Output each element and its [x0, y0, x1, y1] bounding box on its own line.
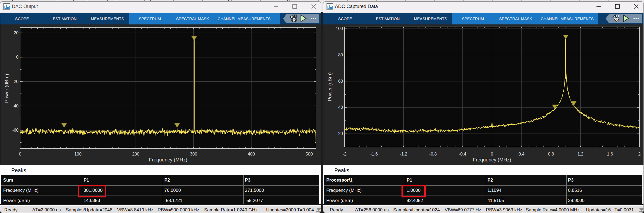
svg-text:Frequency (MHz): Frequency (MHz) [149, 157, 187, 163]
svg-text:500: 500 [306, 152, 313, 156]
svg-text:-0.4: -0.4 [459, 152, 466, 156]
svg-text:1.2: 1.2 [577, 152, 583, 156]
svg-text:60: 60 [338, 79, 343, 84]
svg-text:0: 0 [491, 152, 493, 156]
svg-text:-40: -40 [12, 104, 19, 108]
svg-text:-0.8: -0.8 [429, 152, 437, 156]
svg-text:20: 20 [338, 131, 343, 136]
svg-text:1.6: 1.6 [607, 152, 613, 156]
svg-text:100: 100 [74, 152, 82, 156]
svg-text:-60: -60 [12, 128, 19, 132]
svg-text:0: 0 [16, 55, 19, 59]
svg-text:20: 20 [14, 31, 19, 35]
svg-text:-2: -2 [343, 152, 346, 156]
svg-text:0.8: 0.8 [548, 152, 554, 156]
svg-text:0: 0 [19, 152, 21, 156]
svg-text:100: 100 [336, 26, 343, 31]
svg-text:2: 2 [638, 152, 641, 156]
svg-text:80: 80 [338, 53, 343, 57]
svg-text:300: 300 [190, 152, 197, 156]
svg-text:40: 40 [338, 105, 343, 110]
svg-text:Power (dBm): Power (dBm) [4, 74, 9, 103]
svg-text:Frequency (MHz): Frequency (MHz) [473, 157, 511, 163]
svg-text:-1.6: -1.6 [370, 152, 378, 156]
svg-text:-20: -20 [12, 79, 19, 84]
svg-text:-1.2: -1.2 [400, 152, 407, 156]
svg-text:Power (dBm): Power (dBm) [327, 72, 332, 101]
svg-text:0.4: 0.4 [519, 152, 524, 156]
svg-text:400: 400 [248, 152, 255, 156]
svg-text:200: 200 [132, 152, 139, 156]
